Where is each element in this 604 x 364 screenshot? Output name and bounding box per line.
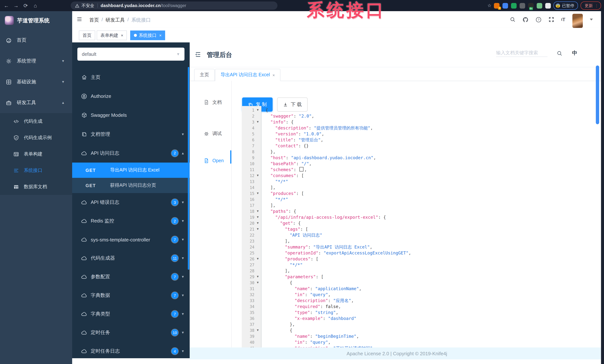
code-line-16: 16"*/*"	[242, 196, 591, 202]
code-text: "schemes": ,	[261, 167, 307, 173]
sidebar-item-1[interactable]: 系统管理▼	[0, 50, 72, 71]
fold-icon[interactable]: ▼	[254, 220, 261, 226]
line-number: 33	[242, 298, 254, 303]
swagger-group-8[interactable]: 定时任务日志4▼	[72, 342, 190, 358]
window-scrollbar[interactable]	[601, 11, 604, 364]
swagger-menu-1[interactable]: Authorize	[72, 87, 190, 106]
browser-menu-icon[interactable]: ⋮	[595, 3, 598, 8]
group-select[interactable]: default ▼	[77, 48, 185, 61]
swagger-group-7[interactable]: 定时任务10▼	[72, 323, 190, 342]
update-button[interactable]: 更新 ⋮	[580, 1, 601, 10]
address-bar[interactable]: 不安全 dashboard.yudao.iocoder.cn/tool/swag…	[71, 1, 277, 10]
sidebar-subitem-0[interactable]: 代码生成	[0, 113, 72, 129]
ext-pin[interactable]	[503, 3, 508, 8]
footer-text: Apache License 2.0 | Copyright © 2019-Kn…	[347, 351, 447, 356]
fold-icon[interactable]: ▼	[254, 208, 261, 214]
tag-close-icon[interactable]: ×	[159, 33, 162, 38]
swagger-group-5[interactable]: 字典数据7▼	[72, 286, 190, 305]
code-text: "info": {	[261, 119, 294, 125]
operation-row-0[interactable]: GET导出API 访问日志 Excel	[72, 163, 190, 178]
swagger-group-4[interactable]: 参数配置7▼	[72, 267, 190, 286]
rail-item-文档[interactable]: 文档	[190, 95, 231, 110]
ext-grid[interactable]	[520, 3, 525, 8]
paused-extension-pill[interactable]: 😨 已暂停	[554, 1, 578, 10]
swagger-group-0[interactable]: API 错误日志3▼	[72, 193, 190, 212]
fold-icon[interactable]: ▼	[254, 214, 261, 220]
ext-green-ring[interactable]	[511, 3, 517, 8]
swagger-menu-3[interactable]: 文档管理▼	[72, 125, 190, 144]
help-icon[interactable]: ?	[535, 17, 541, 23]
sidebar-subitem-4[interactable]: 数据库文档	[0, 178, 72, 195]
home-icon[interactable]: ⌂	[30, 1, 40, 10]
fold-icon[interactable]: ▼	[254, 327, 261, 333]
sidebar-item-2[interactable]: 基础设施▼	[0, 71, 72, 92]
security-label[interactable]: 不安全	[81, 3, 94, 8]
font-size-icon[interactable]: tT	[561, 17, 565, 22]
tag-close-icon[interactable]: ×	[121, 33, 123, 38]
sidebar-subitem-1[interactable]: 代码生成示例	[0, 129, 72, 146]
swagger-menu-4[interactable]: API 访问日志2▲	[72, 144, 190, 163]
sidebar-subitem-2[interactable]: 表单构建	[0, 146, 72, 162]
swagger-menu-2[interactable]: Swagger Models	[72, 106, 190, 125]
search-icon[interactable]	[510, 17, 515, 22]
code-editor[interactable]: 1▼{2"swagger": "2.0",3▼"info": {4"descri…	[242, 107, 591, 351]
swagger-sidebar-scrollbar[interactable]	[188, 67, 189, 270]
line-number: 20	[242, 220, 254, 226]
rail-item-调试[interactable]: 调试	[190, 126, 231, 141]
doc-search-icon[interactable]	[557, 50, 562, 56]
code-line-17: 17],	[242, 202, 591, 208]
ext-leaf[interactable]	[537, 3, 542, 8]
code-text: "produces": [	[261, 256, 318, 262]
sidebar-item-3[interactable]: 研发工具▲	[0, 92, 72, 113]
content-scrollbar-thumb[interactable]	[596, 65, 599, 124]
github-icon[interactable]	[522, 17, 528, 23]
fold-icon	[254, 286, 261, 292]
tag-系统接口[interactable]: 系统接口×	[130, 30, 165, 40]
ext-light[interactable]	[545, 3, 551, 8]
fold-icon[interactable]: ▼	[254, 274, 261, 280]
sidebar-item-0[interactable]: 首页	[0, 30, 72, 50]
doc-search-input[interactable]	[496, 49, 547, 57]
reload-icon[interactable]: ⟳	[21, 1, 30, 10]
bookmark-star-icon[interactable]: ☆	[487, 3, 491, 8]
operation-row-1[interactable]: GET获得API 访问日志分页	[72, 178, 190, 193]
doc-tab-close-icon[interactable]: ×	[272, 73, 275, 77]
swagger-group-1[interactable]: Redis 监控2▼	[72, 212, 190, 230]
app-logo[interactable]: 芋道管理系统	[0, 11, 72, 30]
tag-首页[interactable]: 首页	[79, 30, 95, 40]
doc-tab-0[interactable]: 主页	[194, 69, 214, 81]
breadcrumb-item-1[interactable]: 研发工具	[105, 17, 125, 24]
fold-icon[interactable]: ▼	[254, 190, 261, 196]
sidebar-subitem-3[interactable]: 系统接口	[0, 162, 72, 178]
swagger-group-6[interactable]: 字典类型7▼	[72, 305, 190, 323]
swagger-group-2[interactable]: sys-sms-template-controller7▼	[72, 230, 190, 249]
http-method: GET	[86, 168, 105, 173]
fold-icon[interactable]: ▼	[254, 256, 261, 262]
code-line-20: 20▼"get": {	[242, 220, 591, 226]
fold-icon[interactable]: ▼	[254, 119, 261, 125]
ext-orange[interactable]: 1	[494, 3, 500, 8]
collapse-menu-icon[interactable]	[195, 51, 201, 58]
tag-表单构建[interactable]: 表单构建×	[97, 30, 127, 40]
swagger-menu-0[interactable]: 主页	[72, 68, 190, 87]
fold-icon	[254, 303, 261, 310]
avatar[interactable]	[572, 13, 583, 28]
user-menu-caret-icon[interactable]	[590, 19, 593, 20]
fold-icon[interactable]: ▼	[254, 280, 261, 286]
swagger-group-3[interactable]: 代码生成器11▼	[72, 249, 190, 267]
hamburger-icon[interactable]	[77, 16, 82, 22]
fold-icon[interactable]: ▼	[254, 173, 261, 178]
fullscreen-icon[interactable]	[548, 17, 554, 22]
sidebar-menu: 首页系统管理▼基础设施▼研发工具▲	[0, 30, 72, 113]
rail-item-Open[interactable]: Open	[190, 153, 231, 168]
breadcrumb-item-0[interactable]: 首页	[89, 17, 99, 24]
fold-icon[interactable]: ▼	[254, 226, 261, 232]
back-icon[interactable]: ←	[1, 1, 11, 10]
doc-tab-1[interactable]: 导出API 访问日志 Excel×	[215, 69, 280, 81]
forward-icon[interactable]: →	[11, 1, 21, 10]
fold-icon	[254, 262, 261, 268]
fold-icon[interactable]: ▼	[254, 107, 261, 113]
ext-dark[interactable]: 6n	[528, 3, 534, 8]
language-toggle[interactable]: 中	[572, 50, 577, 57]
line-number: 35	[242, 310, 254, 315]
